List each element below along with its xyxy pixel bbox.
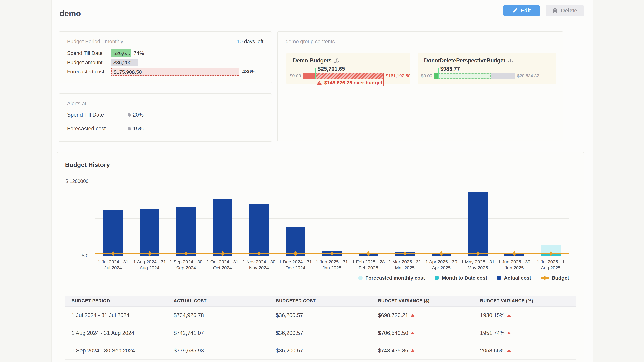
alert-row-label: Spend Till Date: [67, 112, 120, 118]
actual-spend-marker: [316, 67, 316, 79]
pencil-icon: [512, 8, 518, 13]
budget-period-title: Budget Period - monthly: [67, 38, 123, 44]
budget-history-table: BUDGET PERIODACTUAL COSTBUDGETED COSTBUD…: [65, 296, 576, 360]
forecast-segment: [438, 73, 491, 79]
x-tick-line2: Apr 2025: [423, 265, 460, 271]
cell-actual-cost: $734,926.78: [167, 312, 269, 319]
table-row[interactable]: 1 Jul 2024 - 31 Jul 2024$734,926.78$36,2…: [65, 307, 576, 324]
remaining-budget-segment: [491, 73, 515, 79]
group-contents-title: demo group contents: [286, 38, 335, 44]
x-tick-label: 1 Feb 2025 - 28Feb 2025: [350, 259, 386, 271]
variance-up-icon: [507, 314, 511, 317]
x-tick-line1: 1 Jan 2025 - 31: [314, 259, 350, 265]
actual-cost-bar[interactable]: [322, 251, 342, 256]
budget-progress-bar: [434, 73, 514, 79]
edit-button[interactable]: Edit: [504, 5, 540, 16]
over-budget-text: $145,626.25 over budget: [324, 80, 382, 86]
days-left-label: 10 days left: [237, 38, 264, 44]
legend-item[interactable]: Month to Date cost: [434, 275, 487, 281]
bell-icon: [127, 113, 132, 117]
budget-mini-card[interactable]: Demo-Budgets$0.00$145,626.25 over budget…: [286, 53, 410, 84]
chart-legend: Forecasted monthly costMonth to Date cos…: [95, 275, 569, 281]
delete-button[interactable]: Delete: [546, 5, 584, 16]
variance-up-icon: [410, 349, 414, 352]
y-tick-zero: $ 0: [60, 253, 88, 258]
cell-budgeted-cost: $36,200.57: [269, 312, 372, 319]
x-tick-line1: 1 May 2025 - 31: [460, 259, 496, 265]
actual-cost-bar[interactable]: [395, 252, 415, 256]
table-row[interactable]: 1 Sep 2024 - 30 Sep 2024$779,635.93$36,2…: [65, 342, 576, 360]
table-column-header: BUDGET PERIOD: [65, 298, 167, 304]
actual-cost-bar[interactable]: [176, 207, 196, 256]
x-tick-label: 1 Aug 2024 - 31Aug 2024: [131, 259, 168, 271]
legend-item[interactable]: Budget: [541, 275, 569, 281]
actual-spend-marker: [438, 67, 438, 79]
cell-variance-pct: 1930.15%: [474, 312, 576, 319]
mini-budget-name: DonotDeletePerspectiveBudget: [424, 57, 513, 64]
x-tick-line2: Jun 2025: [496, 265, 532, 271]
variance-pct-value: 1930.15%: [480, 312, 505, 319]
actual-cost-bar[interactable]: [103, 210, 123, 256]
bar-min-label: $0.00: [288, 73, 301, 79]
budget-period-row-pct: 486%: [242, 69, 256, 75]
cell-budget-period: 1 Aug 2024 - 31 Aug 2024: [65, 330, 167, 336]
table-header-row: BUDGET PERIODACTUAL COSTBUDGETED COSTBUD…: [65, 296, 576, 307]
x-tick-line1: 1 Nov 2024 - 30: [241, 259, 277, 265]
budget-period-row-pct: 74%: [134, 50, 144, 56]
legend-item[interactable]: Actual cost: [497, 275, 531, 281]
month-to-date-bar[interactable]: [541, 254, 561, 256]
variance-usd-value: $706,540.50: [378, 330, 408, 336]
alert-threshold: 20%: [127, 112, 144, 118]
x-tick-label: 1 Dec 2024 - 31Dec 2024: [277, 259, 314, 271]
x-tick-line1: 1 Dec 2024 - 31: [277, 259, 314, 265]
x-tick-line1: 1 Jul 2025 - 1: [532, 259, 569, 265]
cell-actual-cost: $742,741.07: [167, 330, 269, 336]
content-column: demo Edit Delete Budget Period - monthly…: [52, 0, 593, 362]
table-column-header: BUDGET VARIANCE ($): [372, 298, 474, 304]
budget-line: [95, 181, 569, 261]
legend-item[interactable]: Forecasted monthly cost: [358, 275, 425, 281]
table-row[interactable]: 1 Aug 2024 - 31 Aug 2024$742,741.07$36,2…: [65, 325, 576, 342]
actual-cost-bar[interactable]: [249, 204, 269, 256]
budget-period-card: Budget Period - monthly 10 days left Spe…: [59, 31, 272, 83]
x-tick-label: 1 Oct 2024 - 31Oct 2024: [204, 259, 241, 271]
alert-threshold: 15%: [127, 125, 144, 132]
x-tick-label: 1 Sep 2024 - 30Sep 2024: [168, 259, 204, 271]
budget-period-row: Spend Till Date$26,6...74%: [67, 49, 264, 57]
bell-icon: [127, 126, 132, 131]
x-tick-line2: Jan 2025: [314, 265, 350, 271]
edit-button-label: Edit: [521, 7, 531, 14]
actual-cost-bar[interactable]: [468, 192, 488, 256]
x-tick-line2: Sep 2024: [168, 265, 204, 271]
actual-cost-bar[interactable]: [213, 199, 232, 256]
alert-row: Spend Till Date20%: [67, 112, 264, 118]
x-tick-line2: Jul 2024: [95, 265, 131, 271]
cell-budget-period: 1 Sep 2024 - 30 Sep 2024: [65, 348, 167, 354]
budget-period-value-chip: $26,6...: [111, 49, 131, 57]
alert-row: Forecasted cost15%: [67, 125, 264, 132]
x-tick-line1: 1 Jul 2024 - 31: [95, 259, 131, 265]
budget-history-title: Budget History: [65, 161, 110, 168]
actual-cost-bar[interactable]: [432, 254, 451, 256]
variance-pct-value: 1951.74%: [480, 330, 505, 336]
bar-max-label: $20,634.32: [517, 73, 539, 79]
actual-cost-bar[interactable]: [504, 254, 524, 256]
bar-max-label: $161,192.50: [386, 73, 410, 79]
budget-period-row-label: Spend Till Date: [67, 50, 111, 56]
x-tick-label: 1 Jul 2024 - 31Jul 2024: [95, 259, 131, 271]
variance-usd-value: $698,726.21: [378, 312, 408, 319]
x-tick-line2: Feb 2025: [350, 265, 386, 271]
legend-label: Budget: [552, 275, 569, 281]
x-tick-line2: Nov 2024: [241, 265, 277, 271]
over-budget-note: $145,626.25 over budget: [316, 80, 384, 86]
actual-cost-bar[interactable]: [140, 210, 160, 256]
x-tick-line2: Dec 2024: [277, 265, 314, 271]
budget-history-card: Budget History $ 1200000 $ 0 1 Jul 2024 …: [57, 152, 584, 362]
actual-cost-bar[interactable]: [286, 227, 306, 256]
mini-budget-name-label: Demo-Budgets: [293, 57, 332, 64]
budget-mini-card[interactable]: DonotDeletePerspectiveBudget$0.00$983.77…: [418, 53, 556, 84]
variance-up-icon: [507, 349, 511, 352]
actual-spend-segment: [434, 73, 438, 79]
x-tick-line2: Mar 2025: [386, 265, 423, 271]
actual-cost-bar[interactable]: [358, 254, 378, 256]
